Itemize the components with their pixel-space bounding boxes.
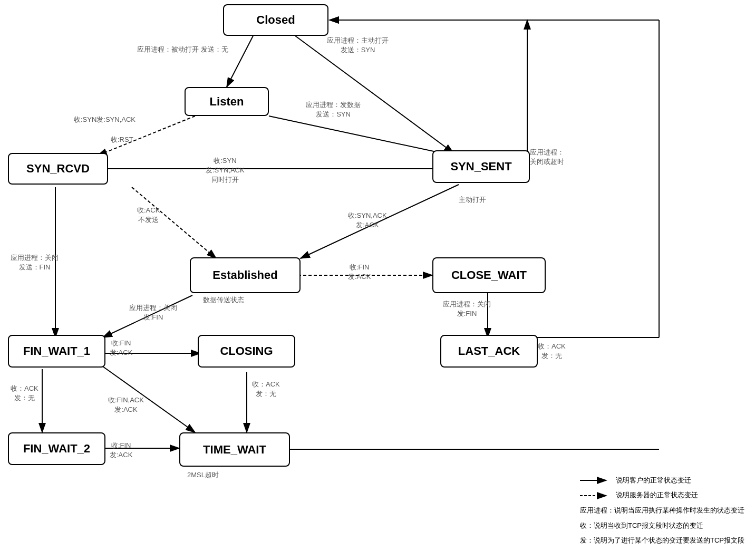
label-listen-syn-rcvd: 收:SYN发:SYN,ACK <box>74 115 135 124</box>
state-closed: Closed <box>223 4 328 36</box>
label-syn-rcvd-syn-sent: 收:SYN发:SYN,ACK同时打开 <box>206 156 245 185</box>
label-syn-rcvd-fin-wait1: 应用进程：关闭发送：FIN <box>11 253 59 272</box>
label-syn-sent-established: 收:SYN,ACK发:ACK <box>348 211 387 230</box>
label-time-wait-2msl: 2MSL超时 <box>187 470 219 480</box>
svg-line-6 <box>269 116 453 156</box>
label-listen-to-syn-sent: 应用进程：发数据发送：SYN <box>306 100 361 119</box>
state-syn-rcvd: SYN_RCVD <box>8 153 108 185</box>
label-last-ack-closed: 收：ACK发：无 <box>538 342 566 361</box>
label-syn-sent-close: 应用进程：关闭或超时 <box>530 148 564 167</box>
state-closing: CLOSING <box>198 335 295 368</box>
state-listen: Listen <box>185 87 269 116</box>
svg-line-3 <box>227 36 253 87</box>
label-established-data: 数据传送状态 <box>203 295 244 305</box>
label-rst: 收:RST <box>111 135 133 144</box>
state-time-wait: TIME_WAIT <box>179 432 290 467</box>
state-established: Established <box>190 257 301 293</box>
label-syn-sent-main: 主动打开 <box>459 195 486 205</box>
label-fin-wait1-closing: 收:FIN发:ACK <box>110 339 132 358</box>
label-established-fin-wait1: 应用进程：关闭发:FIN <box>129 303 177 322</box>
tcp-state-diagram: Closed Listen SYN_RCVD SYN_SENT Establis… <box>0 0 755 560</box>
state-last-ack: LAST_ACK <box>440 335 538 368</box>
state-syn-sent: SYN_SENT <box>432 150 530 183</box>
label-established-close-wait: 收:FIN发:ACK <box>348 263 371 282</box>
label-closing-time-wait: 收：ACK发：无 <box>252 380 280 399</box>
state-close-wait: CLOSE_WAIT <box>432 257 546 293</box>
label-syn-rcvd-established: 收:ACK不发送 <box>137 206 160 225</box>
label-fin-wait1-time-wait: 收:FIN,ACK发:ACK <box>108 395 144 414</box>
label-closed-to-listen: 应用进程：被动打开 发送：无 <box>137 45 228 54</box>
label-close-wait: 应用进程：关闭发:FIN <box>443 300 491 318</box>
label-fin-wait2-time-wait: 收:FIN发:ACK <box>110 441 132 460</box>
state-fin-wait-1: FIN_WAIT_1 <box>8 335 105 368</box>
state-fin-wait-2: FIN_WAIT_2 <box>8 432 105 465</box>
label-fin-wait1-fin-wait2: 收：ACK发：无 <box>11 384 38 403</box>
label-closed-to-syn-sent: 应用进程：主动打开发送：SYN <box>327 36 389 55</box>
